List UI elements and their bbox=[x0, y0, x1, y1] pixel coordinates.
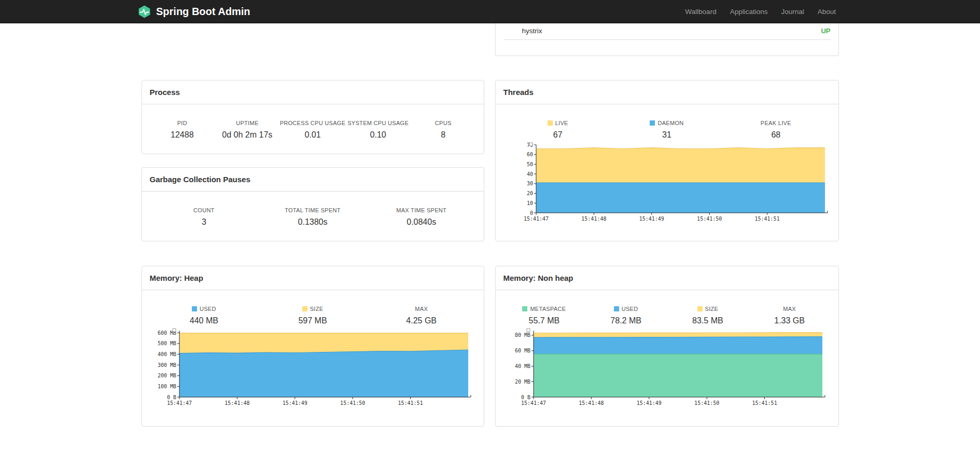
stat-label: SIZE bbox=[667, 306, 749, 312]
heap-legend: USED440 MBSIZE597 MBMAX4.25 GB bbox=[150, 306, 476, 325]
stat-peak-live: PEAK LIVE68 bbox=[721, 120, 830, 140]
svg-text:30: 30 bbox=[526, 181, 533, 186]
svg-text:15:41:51: 15:41:51 bbox=[754, 216, 779, 222]
svg-text:15:41:48: 15:41:48 bbox=[225, 400, 249, 406]
row-process-threads: Process PID12488UPTIME0d 0h 2m 17sPROCES… bbox=[142, 80, 839, 241]
stat-used: USED78.2 MB bbox=[585, 306, 667, 325]
stat-metaspace: METASPACE55.7 MB bbox=[503, 306, 585, 325]
process-panel-title: Process bbox=[142, 80, 484, 104]
stat-label: METASPACE bbox=[503, 306, 585, 312]
svg-text:15:41:50: 15:41:50 bbox=[340, 400, 365, 406]
svg-text:400 MB: 400 MB bbox=[157, 351, 176, 357]
svg-text:15:41:47: 15:41:47 bbox=[521, 400, 545, 406]
stat-label: COUNT bbox=[150, 207, 259, 213]
stat-value: 67 bbox=[503, 130, 612, 140]
nav-wallboard[interactable]: Wallboard bbox=[678, 0, 723, 23]
pulse-logo-icon bbox=[137, 5, 151, 19]
stat-label: USED bbox=[150, 306, 259, 312]
svg-text:0 B: 0 B bbox=[166, 394, 176, 400]
row-health: hystrix UP bbox=[142, 23, 839, 56]
stat-live: LIVE67 bbox=[503, 120, 612, 140]
stat-value: 12488 bbox=[150, 130, 215, 140]
stat-label: TOTAL TIME SPENT bbox=[258, 207, 367, 213]
stat-size: SIZE597 MB bbox=[258, 306, 367, 325]
stat-cpus: CPUS8 bbox=[411, 120, 476, 140]
stat-value: 0.01 bbox=[280, 130, 346, 140]
svg-text:15:41:48: 15:41:48 bbox=[579, 400, 604, 406]
legend-swatch-icon bbox=[697, 306, 703, 311]
stat-total-time-spent: TOTAL TIME SPENT0.1380s bbox=[258, 207, 367, 227]
stat-size: SIZE83.5 MB bbox=[667, 306, 749, 325]
stat-value: 55.7 MB bbox=[503, 316, 585, 325]
stat-value: 0.0840s bbox=[367, 217, 476, 227]
stat-label: DAEMON bbox=[612, 120, 721, 126]
brand-title: Spring Boot Admin bbox=[156, 6, 250, 18]
brand-link[interactable]: Spring Boot Admin bbox=[137, 5, 250, 19]
row-memory: Memory: Heap USED440 MBSIZE597 MBMAX4.25… bbox=[142, 266, 839, 427]
legend-swatch-icon bbox=[192, 306, 197, 311]
legend-swatch-icon bbox=[548, 120, 553, 126]
stat-label: UPTIME bbox=[215, 120, 280, 126]
svg-text:20 MB: 20 MB bbox=[514, 379, 530, 385]
process-panel: Process PID12488UPTIME0d 0h 2m 17sPROCES… bbox=[142, 80, 484, 154]
stat-value: 8 bbox=[411, 130, 476, 140]
svg-text:20: 20 bbox=[526, 190, 533, 196]
stat-label: USED bbox=[585, 306, 667, 312]
svg-text:0: 0 bbox=[529, 210, 533, 216]
stat-max: MAX4.25 GB bbox=[367, 306, 476, 325]
stat-label: PID bbox=[150, 120, 215, 126]
stat-label: MAX TIME SPENT bbox=[367, 207, 476, 213]
svg-text:15:41:50: 15:41:50 bbox=[694, 400, 719, 406]
gc-panel: Garbage Collection Pauses COUNT3TOTAL TI… bbox=[142, 167, 484, 241]
svg-text:100 MB: 100 MB bbox=[157, 384, 176, 389]
stat-label: SYSTEM CPU USAGE bbox=[345, 120, 411, 126]
stat-value: 31 bbox=[612, 130, 721, 140]
svg-text:15:41:47: 15:41:47 bbox=[523, 216, 548, 222]
stat-max: MAX1.33 GB bbox=[749, 306, 831, 325]
heap-chart: 0 B100 MB200 MB300 MB400 MB500 MB600 MB1… bbox=[150, 327, 476, 407]
nav-applications[interactable]: Applications bbox=[723, 0, 775, 23]
stat-label: MAX bbox=[749, 306, 831, 312]
svg-text:500 MB: 500 MB bbox=[157, 341, 176, 346]
heap-panel: Memory: Heap USED440 MBSIZE597 MBMAX4.25… bbox=[142, 266, 484, 427]
stat-label: CPUS bbox=[411, 120, 476, 126]
stat-value: 0.1380s bbox=[258, 217, 367, 227]
stat-value: 78.2 MB bbox=[585, 316, 667, 325]
nonheap-legend: METASPACE55.7 MBUSED78.2 MBSIZE83.5 MBMA… bbox=[503, 306, 831, 325]
stat-value: 68 bbox=[721, 130, 830, 140]
legend-swatch-icon bbox=[302, 306, 307, 311]
svg-text:80 MB: 80 MB bbox=[514, 332, 530, 338]
svg-text:15:41:47: 15:41:47 bbox=[166, 400, 191, 406]
stat-value: 1.33 GB bbox=[749, 316, 831, 325]
stat-pid: PID12488 bbox=[150, 120, 215, 140]
stat-process-cpu-usage: PROCESS CPU USAGE0.01 bbox=[280, 120, 346, 140]
stat-value: 4.25 GB bbox=[367, 316, 476, 325]
svg-text:15:41:49: 15:41:49 bbox=[636, 400, 661, 406]
legend-swatch-icon bbox=[522, 306, 527, 311]
stat-daemon: DAEMON31 bbox=[612, 120, 721, 140]
nonheap-chart: 0 B20 MB40 MB60 MB80 MB15:41:4715:41:481… bbox=[503, 327, 831, 407]
nav-journal[interactable]: Journal bbox=[774, 0, 810, 23]
legend-swatch-icon bbox=[650, 120, 655, 126]
health-row-hystrix: hystrix UP bbox=[503, 23, 831, 40]
heap-panel-title: Memory: Heap bbox=[142, 266, 484, 290]
svg-text:200 MB: 200 MB bbox=[157, 373, 176, 378]
nonheap-panel-title: Memory: Non heap bbox=[496, 266, 838, 290]
svg-text:15:41:51: 15:41:51 bbox=[752, 400, 777, 406]
stat-label: LIVE bbox=[503, 120, 612, 126]
stat-label: PROCESS CPU USAGE bbox=[280, 120, 346, 126]
threads-panel-title: Threads bbox=[496, 80, 838, 104]
svg-text:10: 10 bbox=[526, 200, 533, 206]
status-badge: UP bbox=[821, 27, 830, 35]
threads-panel: Threads LIVE67DAEMON31PEAK LIVE68 010203… bbox=[495, 80, 839, 241]
stat-label: MAX bbox=[367, 306, 476, 312]
stat-value: 597 MB bbox=[258, 316, 367, 325]
stat-system-cpu-usage: SYSTEM CPU USAGE0.10 bbox=[345, 120, 411, 140]
stat-value: 440 MB bbox=[150, 316, 259, 325]
stat-value: 83.5 MB bbox=[667, 316, 749, 325]
svg-text:15:41:50: 15:41:50 bbox=[697, 216, 722, 222]
svg-text:40 MB: 40 MB bbox=[514, 363, 530, 369]
svg-text:60: 60 bbox=[526, 152, 533, 157]
nonheap-panel: Memory: Non heap METASPACE55.7 MBUSED78.… bbox=[495, 266, 839, 427]
nav-about[interactable]: About bbox=[811, 0, 843, 23]
